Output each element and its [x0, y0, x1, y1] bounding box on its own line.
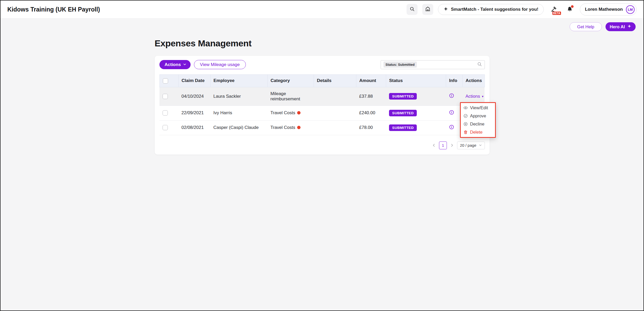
- help-row: Get Help Hero AI: [1, 22, 636, 31]
- chevron-down-icon: [183, 62, 186, 67]
- user-name: Loren Mathewson: [585, 7, 623, 12]
- cell-claim-date: 04/10/2024: [178, 87, 210, 106]
- org-title: Kidows Training (UK EH Payroll): [7, 6, 100, 13]
- cell-employee: Ivy Harris: [210, 106, 267, 120]
- status-badge: SUBMITTED: [389, 124, 417, 131]
- topbar: Kidows Training (UK EH Payroll) SmartMat…: [1, 1, 643, 19]
- row-actions-menu: View/Edit Approve Decline: [460, 102, 496, 138]
- header-claim-date: Claim Date: [178, 75, 210, 87]
- status-badge: SUBMITTED: [389, 93, 417, 100]
- smartmatch-label: SmartMatch - Talent suggestions for you!: [451, 7, 538, 12]
- user-menu[interactable]: Loren Mathewson LM: [580, 3, 637, 15]
- check-circle-icon: [463, 114, 468, 118]
- cell-claim-date: 22/09/2021: [178, 106, 210, 120]
- menu-item-view-edit[interactable]: View/Edit: [461, 104, 495, 112]
- sparkle-icon: [627, 24, 631, 29]
- card-toolbar: Actions View Mileage usage Status: Submi…: [159, 60, 485, 69]
- cell-details: [314, 120, 356, 135]
- next-page-button[interactable]: [450, 143, 454, 147]
- row-actions-link[interactable]: Actions▾: [465, 94, 484, 99]
- header-amount: Amount: [356, 75, 386, 87]
- alert-icon: [297, 126, 301, 129]
- status-badge: SUBMITTED: [389, 110, 417, 116]
- beta-badge: BETA: [552, 12, 561, 15]
- table-row: 04/10/2024 Laura Sackler Mileage reimbur…: [159, 87, 485, 106]
- building-icon: [425, 6, 430, 13]
- prev-page-button[interactable]: [432, 143, 436, 147]
- info-icon[interactable]: [449, 93, 454, 98]
- row-checkbox[interactable]: [163, 110, 168, 116]
- pagination: 1 20 / page: [159, 141, 485, 149]
- cell-details: [314, 106, 356, 120]
- notification-badge: [570, 5, 574, 8]
- x-circle-icon: [463, 122, 468, 126]
- header-actions: Actions: [462, 75, 485, 87]
- header-info: Info: [446, 75, 462, 87]
- avatar: LM: [626, 5, 635, 14]
- menu-item-delete[interactable]: Delete: [461, 128, 495, 136]
- page-title: Expenses Management: [155, 38, 490, 48]
- topbar-actions: SmartMatch - Talent suggestions for you!…: [407, 3, 637, 15]
- header-details: Details: [314, 75, 356, 87]
- bulk-actions-button[interactable]: Actions: [159, 60, 191, 69]
- header-employee: Employee: [210, 75, 267, 87]
- sparkle-icon: [443, 7, 448, 13]
- get-help-button[interactable]: Get Help: [570, 22, 602, 31]
- cell-claim-date: 02/08/2021: [178, 120, 210, 135]
- header-status: Status: [386, 75, 446, 87]
- search-icon: [477, 62, 482, 68]
- caret-down-icon: ▾: [482, 95, 484, 98]
- notifications-button[interactable]: [564, 4, 575, 15]
- eye-icon: [463, 106, 468, 110]
- app-window: Kidows Training (UK EH Payroll) SmartMat…: [0, 0, 644, 311]
- info-icon[interactable]: [449, 110, 454, 115]
- expenses-card: Actions View Mileage usage Status: Submi…: [155, 56, 490, 155]
- info-icon[interactable]: [449, 124, 454, 130]
- cell-amount: £78.00: [356, 120, 386, 135]
- search-icon: [409, 6, 415, 13]
- cell-amount: £37.88: [356, 87, 386, 106]
- table-row: 02/08/2021 Casper (Caspi) Claude Travel …: [159, 120, 485, 135]
- cell-category: Travel Costs: [267, 106, 314, 120]
- expenses-table: Claim Date Employee Category Details Amo…: [159, 74, 485, 135]
- hero-ai-button[interactable]: Hero AI: [606, 22, 636, 31]
- main-content: Expenses Management Actions View Mileage…: [155, 38, 490, 155]
- smartmatch-banner[interactable]: SmartMatch - Talent suggestions for you!: [438, 4, 544, 15]
- header-category: Category: [267, 75, 314, 87]
- table-row: 22/09/2021 Ivy Harris Travel Costs £240.…: [159, 106, 485, 120]
- menu-item-decline[interactable]: Decline: [461, 120, 495, 128]
- cell-details: [314, 87, 356, 106]
- status-filter-tag: Status: Submitted: [384, 62, 417, 68]
- status-filter-input[interactable]: Status: Submitted: [381, 60, 485, 69]
- menu-item-approve[interactable]: Approve: [461, 112, 495, 120]
- view-mileage-button[interactable]: View Mileage usage: [194, 60, 246, 69]
- select-all-header: [159, 75, 178, 87]
- hero-ai-label: Hero AI: [610, 24, 625, 29]
- cell-employee: Casper (Caspi) Claude: [210, 120, 267, 135]
- chevron-down-icon: [479, 143, 482, 148]
- cell-employee: Laura Sackler: [210, 87, 267, 106]
- row-checkbox[interactable]: [163, 125, 168, 130]
- current-page-button[interactable]: 1: [439, 141, 447, 149]
- page-size-select[interactable]: 20 / page: [457, 141, 485, 149]
- bulk-actions-label: Actions: [165, 62, 181, 67]
- cell-category: Travel Costs: [267, 120, 314, 135]
- row-checkbox[interactable]: [163, 94, 168, 99]
- organisation-button[interactable]: [422, 4, 433, 15]
- trash-icon: [463, 130, 468, 134]
- alert-icon: [297, 111, 301, 114]
- table-header-row: Claim Date Employee Category Details Amo…: [159, 75, 485, 87]
- cell-amount: £240.00: [356, 106, 386, 120]
- search-button[interactable]: [407, 4, 418, 15]
- beta-tool-button[interactable]: BETA: [548, 4, 559, 15]
- select-all-checkbox[interactable]: [163, 78, 168, 84]
- cell-category: Mileage reimbursement: [267, 87, 314, 106]
